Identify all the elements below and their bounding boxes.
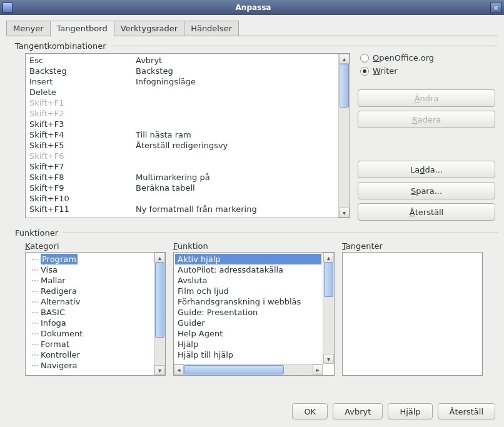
shortcuts-section-header: Tangentkombinationer [6, 40, 498, 53]
scroll-left-icon[interactable]: ◂ [174, 364, 184, 375]
shortcut-key: Insert [29, 76, 136, 87]
function-item[interactable]: Förhandsgranskning i webbläs [175, 296, 321, 307]
category-item[interactable]: ⋯Dokument [27, 328, 153, 339]
category-item[interactable]: ⋯Kontroller [27, 349, 153, 360]
function-item[interactable]: Aktiv hjälp [175, 254, 321, 264]
shortcut-action: Till nästa ram [136, 129, 191, 140]
category-item[interactable]: ⋯BASIC [27, 307, 153, 318]
category-item-label: Dokument [41, 328, 83, 339]
shortcut-row[interactable]: Skift+F11Ny formatmall från markering [29, 204, 335, 214]
titlebar: Anpassa × [0, 0, 504, 15]
shortcut-row[interactable]: Skift+F5Återställ redigeringsvy [29, 140, 335, 151]
tab-events[interactable]: Händelser [184, 21, 239, 36]
category-item[interactable]: ⋯Program [27, 254, 153, 264]
keys-listbox[interactable] [342, 252, 483, 376]
scroll-down-icon[interactable]: ▾ [154, 365, 165, 375]
category-item-label: Navigera [41, 360, 78, 371]
shortcut-key: Skift+F10 [29, 193, 136, 204]
shortcut-listbox[interactable]: EscAvbrytBackstegBackstegInsertInfogning… [25, 53, 350, 218]
scroll-up-icon[interactable]: ▴ [323, 253, 334, 263]
save-button[interactable]: Spara... [358, 182, 495, 199]
scroll-up-icon[interactable]: ▴ [339, 54, 350, 64]
function-item[interactable]: Hjälp till hjälp [175, 349, 321, 360]
shortcut-row[interactable]: Skift+F10 [29, 193, 335, 204]
function-listbox[interactable]: Aktiv hjälpAutoPilot: adressdatakällaAvs… [173, 252, 335, 376]
shortcut-row[interactable]: Skift+F8Multimarkering på [29, 172, 335, 183]
category-item-label: Alternativ [41, 296, 80, 307]
tab-toolbars[interactable]: Verktygsrader [114, 21, 184, 36]
category-item-label: Kontroller [41, 349, 80, 360]
scroll-up-icon[interactable]: ▴ [154, 253, 165, 263]
reset-button[interactable]: Återställ [438, 403, 495, 419]
tab-keyboard[interactable]: Tangentbord [50, 21, 114, 37]
category-item[interactable]: ⋯Mallar [27, 275, 153, 286]
function-item[interactable]: Guide: Presentation [175, 307, 321, 318]
reset-keys-button[interactable]: Återställ [358, 203, 495, 221]
category-item[interactable]: ⋯Redigera [27, 286, 153, 296]
category-item[interactable]: ⋯Alternativ [27, 296, 153, 307]
shortcut-key: Skift+F9 [29, 183, 136, 193]
category-listbox[interactable]: ⋯Program⋯Visa⋯Mallar⋯Redigera⋯Alternativ… [25, 252, 166, 376]
shortcut-row[interactable]: EscAvbryt [29, 55, 335, 66]
tree-handle-icon: ⋯ [29, 296, 41, 307]
shortcut-action: Ny formatmall från markering [136, 204, 257, 214]
category-item[interactable]: ⋯Visa [27, 264, 153, 275]
scroll-down-icon[interactable]: ▾ [323, 354, 334, 364]
category-item[interactable]: ⋯Format [27, 339, 153, 349]
function-vscrollbar[interactable]: ▴ ▾ [323, 253, 334, 364]
ok-button[interactable]: OK [292, 403, 328, 419]
radio-icon[interactable] [360, 67, 369, 76]
shortcut-key: Skift+F4 [29, 129, 136, 140]
shortcut-row[interactable]: Delete [29, 87, 335, 98]
shortcut-key: Skift+F11 [29, 204, 136, 214]
category-item-label: Infoga [41, 318, 66, 328]
shortcut-row[interactable]: Skift+F4Till nästa ram [29, 129, 335, 140]
shortcut-key: Skift+F7 [29, 161, 136, 172]
shortcut-key: Backsteg [29, 66, 136, 76]
modify-button[interactable]: Ändra [358, 89, 495, 107]
scroll-down-icon[interactable]: ▾ [339, 208, 350, 218]
tree-handle-icon: ⋯ [29, 254, 41, 264]
category-item[interactable]: ⋯Infoga [27, 318, 153, 328]
category-item-label: Mallar [41, 275, 66, 286]
shortcut-row[interactable]: Skift+F3 [29, 119, 335, 129]
shortcut-key: Skift+F3 [29, 119, 136, 129]
category-vscrollbar[interactable]: ▴ ▾ [154, 253, 165, 375]
tab-menus[interactable]: Menyer [6, 21, 51, 36]
function-hscrollbar[interactable]: ◂ ▸ [174, 364, 323, 375]
load-button[interactable]: Ladda... [358, 161, 495, 178]
radio-icon[interactable] [360, 54, 369, 63]
shortcut-row[interactable]: Skift+F1 [29, 98, 335, 108]
close-button[interactable]: × [490, 2, 501, 13]
function-item[interactable]: Avsluta [175, 275, 321, 286]
scroll-right-icon[interactable]: ▸ [313, 364, 323, 375]
delete-button[interactable]: Radera [358, 111, 495, 128]
shortcut-action: Backsteg [136, 66, 173, 76]
tree-handle-icon: ⋯ [29, 286, 41, 296]
function-item[interactable]: Film och ljud [175, 286, 321, 296]
function-item[interactable]: Hjälp [175, 339, 321, 349]
shortcut-action: Avbryt [136, 55, 162, 66]
help-button[interactable]: Hjälp [388, 403, 432, 419]
scope-openoffice-label: OpenOffice.org [373, 53, 434, 63]
scope-radio-writer[interactable]: Writer [358, 66, 495, 76]
shortcut-vscrollbar[interactable]: ▴ ▾ [338, 54, 350, 218]
function-item[interactable]: Help Agent [175, 328, 321, 339]
shortcut-row[interactable]: BackstegBacksteg [29, 66, 335, 76]
shortcut-action: Beräkna tabell [136, 183, 195, 193]
category-item-label: BASIC [41, 307, 65, 318]
tree-handle-icon: ⋯ [29, 275, 41, 286]
function-item[interactable]: Guider [175, 318, 321, 328]
shortcut-row[interactable]: Skift+F2 [29, 108, 335, 119]
cancel-button[interactable]: Avbryt [333, 403, 383, 419]
tree-handle-icon: ⋯ [29, 360, 41, 371]
category-item[interactable]: ⋯Navigera [27, 360, 153, 371]
scope-radio-openoffice[interactable]: OpenOffice.org [358, 53, 495, 63]
shortcut-row[interactable]: Skift+F9Beräkna tabell [29, 183, 335, 193]
shortcut-row[interactable]: Skift+F7 [29, 161, 335, 172]
tree-handle-icon: ⋯ [29, 339, 41, 349]
category-label: Kategori [25, 241, 166, 251]
shortcut-row[interactable]: Skift+F6 [29, 151, 335, 161]
shortcut-row[interactable]: InsertInfogningsläge [29, 76, 335, 87]
function-item[interactable]: AutoPilot: adressdatakälla [175, 264, 321, 275]
